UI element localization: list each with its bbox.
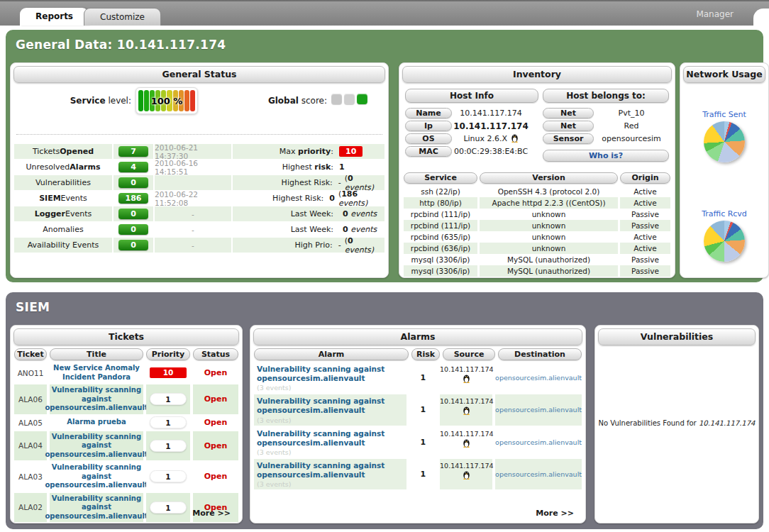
alarm-events-count: (3 events) xyxy=(257,448,404,456)
alarm-risk: 1 xyxy=(409,362,437,393)
alarms-more-link[interactable]: More >> xyxy=(536,509,574,518)
col-alarm[interactable]: Alarm xyxy=(254,348,409,360)
alarm-cell[interactable]: Vulnerability scanning against opensourc… xyxy=(254,427,406,458)
alarm-title[interactable]: Vulnerability scanning against opensourc… xyxy=(257,429,404,448)
alarm-events-count: (3 events) xyxy=(257,480,404,488)
alarm-row: Vulnerability scanning against opensourc… xyxy=(254,459,582,489)
linux-penguin-icon xyxy=(463,374,470,384)
ticket-title[interactable]: Alarma prueba xyxy=(50,416,143,430)
alarm-destination[interactable]: opensourcesim.alienvault xyxy=(495,427,582,458)
belongs-key-button[interactable]: Net xyxy=(543,121,594,131)
status-row-detail: High Prio: - (0 events) xyxy=(233,238,384,253)
alarm-title[interactable]: Vulnerability scanning against opensourc… xyxy=(257,365,404,383)
service-origin: Active xyxy=(620,231,670,243)
ticket-title[interactable]: New Service Anomaly Incident Pandora xyxy=(50,362,143,383)
ticket-title[interactable]: Vulnerability scanning against opensourc… xyxy=(50,384,143,414)
services-col-service[interactable]: Service xyxy=(404,172,477,184)
services-col-origin[interactable]: Origin xyxy=(620,172,670,184)
alarm-source[interactable]: 10.141.117.174 xyxy=(440,427,492,458)
host-info-header: Host Info xyxy=(405,89,538,103)
alarm-title[interactable]: Vulnerability scanning against opensourc… xyxy=(257,461,404,480)
alarm-destination[interactable]: opensourcesim.alienvault xyxy=(495,459,582,489)
service-level-label: Service level: xyxy=(21,96,131,106)
service-row: ssh (22/ip) OpenSSH 4.3 (protocol 2.0) A… xyxy=(404,186,670,197)
alarm-cell[interactable]: Vulnerability scanning against opensourc… xyxy=(254,394,406,425)
host-key-button[interactable]: MAC xyxy=(405,146,452,157)
ticket-priority: 10 xyxy=(150,367,187,378)
tickets-more-link[interactable]: More >> xyxy=(192,509,231,518)
service-name: ssh (22/ip) xyxy=(404,186,477,197)
alarm-destination[interactable]: opensourcesim.alienvault xyxy=(495,362,582,393)
col-title[interactable]: Title xyxy=(50,348,143,360)
alarm-source[interactable]: 10.141.117.174 xyxy=(440,362,492,393)
tickets-header: Tickets xyxy=(13,328,239,345)
status-row: SIEM Events 186 2010-06-22 11:52:08 High… xyxy=(14,191,384,206)
host-value: 10.141.117.174 xyxy=(452,109,530,118)
ticket-status: Open xyxy=(193,384,238,414)
service-origin: Passive xyxy=(620,254,670,265)
alarm-title[interactable]: Vulnerability scanning against opensourc… xyxy=(257,397,404,415)
host-value: 00:0C:29:38:E4:BC xyxy=(452,147,530,156)
status-row-label: Anomalies xyxy=(14,222,112,237)
alarm-source[interactable]: 10.141.117.174 xyxy=(440,394,492,425)
col-ticket[interactable]: Ticket xyxy=(14,348,47,360)
alarm-row: Vulnerability scanning against opensourc… xyxy=(254,362,582,393)
col-priority[interactable]: Priority xyxy=(146,348,190,360)
service-row: http (80/ip) Apache httpd 2.2.3 ((CentOS… xyxy=(404,197,670,209)
service-version: Apache httpd 2.2.3 ((CentOS)) xyxy=(480,197,618,209)
service-row: mysql (3306/ip) MySQL (unauthorized) Pas… xyxy=(404,254,670,265)
no-vulnerabilities-message: No Vulnerabilities Found for 10.141.117.… xyxy=(595,419,758,427)
host-key-button[interactable]: Name xyxy=(405,108,452,118)
service-version: MySQL (unauthorized) xyxy=(480,254,618,265)
alarm-cell[interactable]: Vulnerability scanning against opensourc… xyxy=(254,459,406,489)
service-level-value: 100 % xyxy=(136,88,197,113)
linux-penguin-icon xyxy=(511,133,519,145)
siem-section: SIEM Tickets Ticket Title Priority Statu… xyxy=(6,292,763,529)
col-status[interactable]: Status xyxy=(193,348,238,360)
col-risk[interactable]: Risk xyxy=(411,348,440,360)
tab-customize[interactable]: Customize xyxy=(84,8,161,26)
service-version: unknown xyxy=(480,231,618,243)
host-info-rows: Name 10.141.117.174 Ip 10.141.117.174 xyxy=(405,107,530,158)
services-col-version[interactable]: Version xyxy=(480,172,618,184)
alarm-events-count: (3 events) xyxy=(257,416,404,424)
status-row-detail: Last Week: 0 events xyxy=(233,206,384,221)
ticket-title[interactable]: Vulnerability scanning against opensourc… xyxy=(50,462,143,492)
ticket-status: Open xyxy=(193,362,238,383)
host-key-button[interactable]: OS xyxy=(405,133,452,144)
col-source[interactable]: Source xyxy=(443,348,495,360)
tab-reports[interactable]: Reports xyxy=(20,8,89,26)
belongs-row: Sensor opensourcesim xyxy=(543,133,669,145)
alarm-events-count: (3 events) xyxy=(257,384,404,392)
ticket-row[interactable]: ALA04 Vulnerability scanning against ope… xyxy=(14,431,238,461)
global-score-squares xyxy=(331,94,367,104)
alarm-destination[interactable]: opensourcesim.alienvault xyxy=(495,394,582,425)
ticket-title[interactable]: Vulnerability scanning against opensourc… xyxy=(50,493,143,523)
status-row: Anomalies 0 - Last Week: 0 events xyxy=(14,222,384,237)
service-row: rpcbind (635/ip) unknown Active xyxy=(404,231,670,243)
linux-penguin-icon xyxy=(463,406,470,416)
whois-button[interactable]: Who is? xyxy=(543,150,669,162)
belongs-key-button[interactable]: Sensor xyxy=(543,133,594,144)
service-version: unknown xyxy=(480,243,618,254)
ticket-row[interactable]: ANO11 New Service Anomaly Incident Pando… xyxy=(14,362,238,383)
general-status-panel: General Status Service level: 100 % Glob… xyxy=(10,62,389,278)
col-destination[interactable]: Destination xyxy=(498,348,582,360)
service-row: rpcbind (111/ip) unknown Passive xyxy=(404,209,670,220)
alarm-row: Vulnerability scanning against opensourc… xyxy=(254,427,582,458)
alarm-source[interactable]: 10.141.117.174 xyxy=(440,459,492,489)
ticket-id: ALA06 xyxy=(14,384,47,414)
ticket-row[interactable]: ALA05 Alarma prueba 1 Open xyxy=(14,416,238,430)
service-origin: Passive xyxy=(620,209,670,220)
alarm-cell[interactable]: Vulnerability scanning against opensourc… xyxy=(254,362,406,393)
ticket-id: ALA03 xyxy=(14,462,47,492)
service-origin: Passive xyxy=(620,220,670,231)
traffic-sent-pie xyxy=(704,121,745,162)
host-key-button[interactable]: Ip xyxy=(405,121,452,131)
belongs-key-button[interactable]: Net xyxy=(543,108,594,118)
ticket-row[interactable]: ALA03 Vulnerability scanning against ope… xyxy=(14,462,238,492)
status-row-date: - xyxy=(155,238,231,253)
ticket-title[interactable]: Vulnerability scanning against opensourc… xyxy=(50,431,143,461)
ticket-row[interactable]: ALA06 Vulnerability scanning against ope… xyxy=(14,384,238,414)
traffic-sent-label: Traffic Sent xyxy=(680,110,768,119)
